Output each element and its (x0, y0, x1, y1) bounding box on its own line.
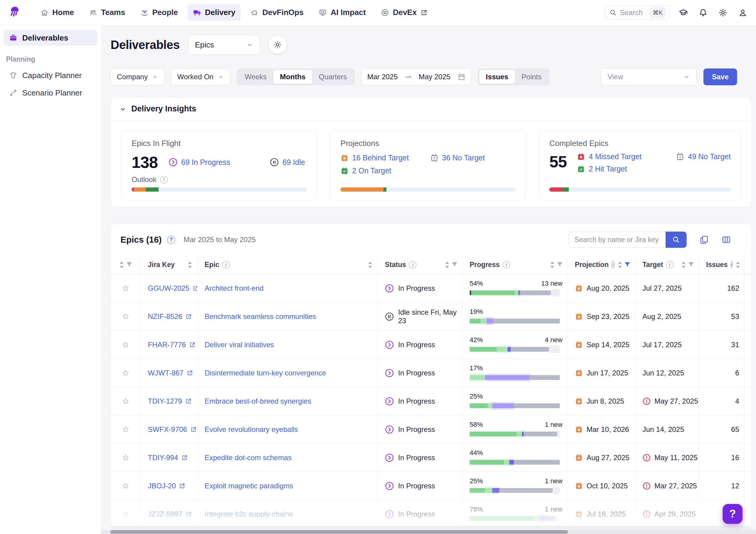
star-icon[interactable] (122, 453, 130, 462)
epic-link[interactable]: Architect front-end (204, 284, 263, 292)
jira-key-link[interactable]: JBOJ-20 (148, 482, 185, 490)
filter-funnel-icon[interactable] (557, 262, 562, 267)
gear-icon[interactable] (718, 8, 728, 17)
primary-nav: HomeTeamsPeopleDeliveryDevFinOpsAI Impac… (35, 4, 433, 21)
epics-search-input[interactable] (569, 232, 665, 248)
copy-icon[interactable] (699, 235, 709, 244)
units-option-points[interactable]: Points (515, 70, 548, 84)
epic-link[interactable]: Benchmark seamless communities (204, 312, 316, 321)
nav-item-teams[interactable]: Teams (84, 4, 130, 21)
worked-on-filter[interactable]: Worked On (171, 68, 230, 85)
epics-search-button[interactable] (665, 232, 687, 248)
jira-key-link[interactable]: FHAR-7776 (148, 341, 196, 349)
epic-link[interactable]: Deliver viral initiatives (204, 341, 274, 349)
progress-cell: 44% (462, 444, 568, 471)
sort-icon[interactable] (445, 262, 449, 268)
sidebar-item-scenario-planner[interactable]: Scenario Planner (4, 85, 97, 101)
jira-key-link[interactable]: TDIY-1279 (148, 397, 192, 405)
granularity-option-months[interactable]: Months (273, 70, 312, 84)
granularity-option-quarters[interactable]: Quarters (312, 70, 353, 84)
filter-funnel-icon[interactable] (688, 262, 694, 267)
idle-link[interactable]: 69 Idle (270, 158, 305, 167)
star-icon[interactable] (122, 482, 130, 490)
info-icon[interactable]: i (731, 261, 733, 268)
star-icon[interactable] (122, 425, 130, 434)
sort-icon[interactable] (187, 262, 192, 268)
jira-key-link[interactable]: NZIF-8526 (148, 312, 192, 321)
info-icon[interactable]: i (666, 261, 674, 268)
info-icon[interactable]: i (503, 261, 510, 268)
in-progress-link[interactable]: 69 In Progress (169, 158, 230, 167)
epic-link[interactable]: Embrace best-of-breed synergies (204, 397, 311, 405)
hit-target-link[interactable]: 2 Hit Target (577, 165, 676, 173)
sort-icon[interactable] (368, 262, 373, 268)
columns-icon[interactable] (721, 235, 731, 244)
sort-icon[interactable] (550, 262, 555, 268)
star-icon[interactable] (122, 397, 130, 405)
info-icon[interactable]: i (409, 261, 417, 268)
deliverables-settings-button[interactable] (269, 36, 287, 54)
tshirt-icon (9, 71, 17, 80)
horizontal-scrollbar-thumb[interactable] (110, 530, 568, 534)
help-button[interactable]: ? (723, 504, 742, 524)
epic-link[interactable]: Exploit magnetic paradigms (204, 482, 293, 490)
nav-item-people[interactable]: People (135, 4, 183, 21)
epic-link[interactable]: Evolve revolutionary eyeballs (204, 425, 298, 434)
graduation-cap-icon[interactable] (679, 8, 688, 17)
jira-key-link[interactable]: GGUW-2025 (148, 284, 198, 292)
on-target-link[interactable]: 2 On Target (340, 166, 430, 175)
date-range-picker[interactable]: Mar 2025 ⇀ May 2025 (362, 68, 471, 85)
units-option-issues[interactable]: Issues (479, 70, 515, 84)
delivery-insights-header[interactable]: Delivery Insights (111, 98, 751, 120)
calendar-x-orange-icon (340, 154, 349, 162)
star-icon[interactable] (122, 312, 130, 321)
save-button[interactable]: Save (703, 68, 737, 85)
jira-key-link[interactable]: SWFX-9706 (148, 425, 197, 434)
info-icon[interactable]: i (222, 261, 230, 268)
behind-target-link[interactable]: 16 Behind Target (340, 153, 430, 162)
nav-item-devex[interactable]: DevEx (375, 4, 433, 21)
sort-icon[interactable] (736, 262, 741, 268)
view-select[interactable]: View (601, 68, 697, 85)
info-icon[interactable]: i (611, 261, 614, 268)
star-icon[interactable] (122, 369, 130, 377)
global-search-input[interactable] (620, 9, 647, 17)
info-icon[interactable]: i (160, 176, 168, 184)
nav-item-ai-impact[interactable]: AI Impact (313, 4, 371, 21)
bell-icon[interactable] (698, 8, 708, 17)
jira-key-link[interactable]: JZJZ-5997 (148, 510, 192, 519)
jira-key-link[interactable]: WJWT-867 (148, 369, 193, 377)
global-search[interactable]: ⌘K (605, 6, 670, 19)
jellyfish-logo-icon[interactable] (9, 6, 20, 19)
star-icon[interactable] (122, 510, 130, 519)
granularity-option-weeks[interactable]: Weeks (238, 70, 273, 84)
sidebar-item-deliverables[interactable]: Deliverables (4, 30, 97, 46)
target-date: Jun 14, 2025 (642, 425, 684, 434)
epic-link[interactable]: Disintermediate turn-key convergence (204, 369, 326, 377)
nav-item-delivery[interactable]: Delivery (187, 4, 241, 21)
nav-item-devfinops[interactable]: DevFinOps (245, 4, 309, 21)
sort-icon[interactable] (617, 262, 622, 268)
company-filter[interactable]: Company (111, 68, 164, 85)
star-icon[interactable] (122, 284, 130, 292)
filter-funnel-icon[interactable] (126, 262, 132, 267)
jira-key-link[interactable]: TDIY-994 (148, 453, 188, 462)
star-icon[interactable] (122, 341, 130, 349)
no-target-link[interactable]: 36 No Target (430, 153, 516, 162)
filter-funnel-icon[interactable] (452, 262, 457, 267)
sort-icon[interactable] (119, 262, 124, 268)
outlook-label: Outlook (132, 175, 156, 184)
help-circle-icon[interactable]: ? (167, 236, 175, 244)
entity-type-select[interactable]: Epics (188, 35, 260, 55)
horizontal-scrollbar-track[interactable] (101, 530, 756, 534)
user-icon[interactable] (738, 8, 747, 17)
missed-target-link[interactable]: 4 Missed Target (577, 152, 676, 161)
issues-cell: 4 (699, 387, 744, 415)
nav-item-home[interactable]: Home (35, 4, 79, 21)
epic-link[interactable]: Expedite dot-com schemas (204, 453, 291, 462)
no-target-link[interactable]: 49 No Target (676, 152, 731, 161)
epic-link[interactable]: Integrate b2c supply-chains (204, 510, 293, 519)
sort-icon[interactable] (681, 262, 686, 268)
sidebar-item-capacity-planner[interactable]: Capacity Planner (4, 67, 97, 83)
filter-funnel-icon[interactable] (625, 262, 630, 267)
